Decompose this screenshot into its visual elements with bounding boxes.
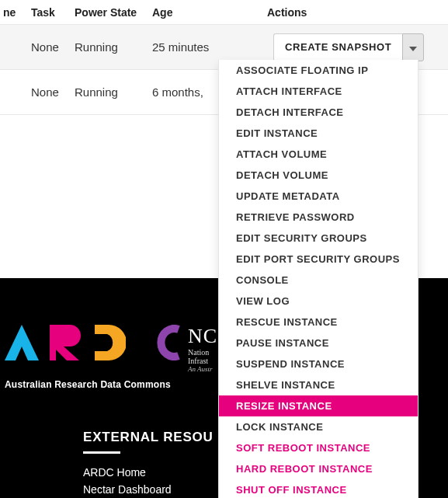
dropdown-item-edit-security-groups[interactable]: EDIT SECURITY GROUPS [219,228,418,249]
instance-actions-dropdown: ASSOCIATE FLOATING IPATTACH INTERFACEDET… [218,60,418,498]
ncris-sub2: Infrast [188,357,217,365]
footer-link-nectar-dashboard[interactable]: Nectar Dashboard [83,483,214,496]
dropdown-item-soft-reboot-instance[interactable]: SOFT REBOOT INSTANCE [219,437,418,458]
dropdown-item-console[interactable]: CONSOLE [219,270,418,291]
ncris-title: NC [188,325,217,348]
create-snapshot-split-button: CREATE SNAPSHOT [273,33,424,61]
dropdown-item-attach-interface[interactable]: ATTACH INTERFACE [219,81,418,102]
col-header-task[interactable]: Task [31,6,75,19]
dropdown-item-attach-volume[interactable]: ATTACH VOLUME [219,144,418,165]
cell-task: None [31,40,75,54]
dropdown-item-edit-port-security-groups[interactable]: EDIT PORT SECURITY GROUPS [219,249,418,270]
ardc-logo-a-icon [5,325,39,360]
caret-down-icon [409,40,417,54]
table-header-row: ne Task Power State Age Actions [0,0,448,25]
dropdown-item-edit-instance[interactable]: EDIT INSTANCE [219,123,418,144]
ncris-sub1: Nation [188,348,217,357]
external-resources-heading: EXTERNAL RESOU [83,430,214,445]
ardc-logo-d-icon [92,325,126,360]
cell-power-state: Running [75,85,152,99]
col-header-age[interactable]: Age [152,6,267,19]
dropdown-item-detach-volume[interactable]: DETACH VOLUME [219,165,418,186]
cell-age: 25 minutes [152,40,267,54]
footer-link-ardc-home[interactable]: ARDC Home [83,466,214,479]
dropdown-item-hard-reboot-instance[interactable]: HARD REBOOT INSTANCE [219,458,418,479]
dropdown-item-update-metadata[interactable]: UPDATE METADATA [219,186,418,207]
col-header-actions: Actions [267,6,445,19]
ncris-logo-block: NC Nation Infrast An Austr [155,325,217,373]
create-snapshot-button[interactable]: CREATE SNAPSHOT [273,33,402,61]
dropdown-item-suspend-instance[interactable]: SUSPEND INSTANCE [219,353,418,374]
dropdown-item-lock-instance[interactable]: LOCK INSTANCE [219,416,418,437]
dropdown-item-associate-floating-ip[interactable]: ASSOCIATE FLOATING IP [219,60,418,81]
col-header-ne[interactable]: ne [3,6,31,19]
dropdown-item-shut-off-instance[interactable]: SHUT OFF INSTANCE [219,479,418,498]
ardc-logo-r-icon [48,325,82,360]
dropdown-item-pause-instance[interactable]: PAUSE INSTANCE [219,333,418,353]
ncris-c-icon [155,325,183,364]
dropdown-item-shelve-instance[interactable]: SHELVE INSTANCE [219,374,418,395]
dropdown-item-view-log[interactable]: VIEW LOG [219,291,418,312]
cell-actions: CREATE SNAPSHOT [267,33,445,61]
dropdown-item-retrieve-password[interactable]: RETRIEVE PASSWORD [219,207,418,228]
cell-task: None [31,85,75,99]
dropdown-item-resize-instance[interactable]: RESIZE INSTANCE [219,395,418,416]
cell-power-state: Running [75,40,152,54]
heading-underline [83,451,120,454]
actions-dropdown-toggle[interactable] [402,33,424,61]
ardc-logo [5,325,126,360]
ardc-subtitle: Australian Research Data Commons [5,379,171,390]
dropdown-item-rescue-instance[interactable]: RESCUE INSTANCE [219,312,418,333]
col-header-power[interactable]: Power State [75,6,152,19]
ncris-sub3: An Austr [188,365,217,373]
external-resources: EXTERNAL RESOU ARDC Home Nectar Dashboar… [83,430,214,498]
dropdown-item-detach-interface[interactable]: DETACH INTERFACE [219,102,418,123]
